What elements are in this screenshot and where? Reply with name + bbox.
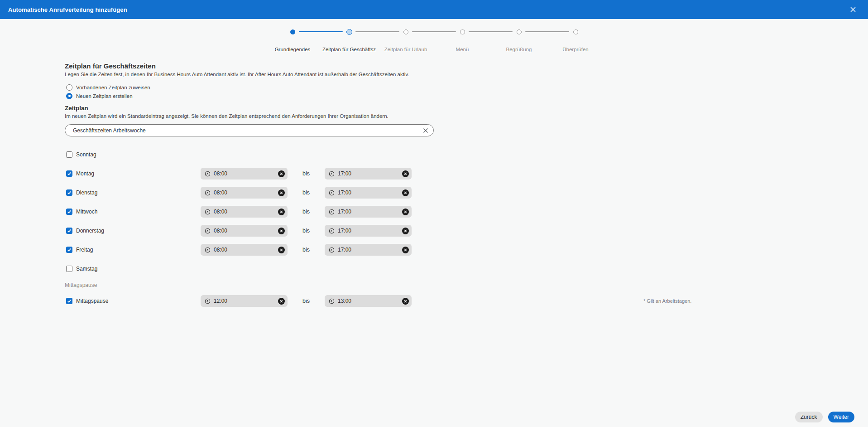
start-time-input-mittagspause[interactable]: 12:00 <box>201 295 288 307</box>
time-separator-label: bis <box>288 247 325 253</box>
day-row-dienstag: Dienstag 08:00 bis 17:00 <box>65 187 868 199</box>
clear-end-time-button[interactable] <box>402 170 409 177</box>
radio-selected-icon[interactable] <box>66 93 72 99</box>
clock-icon <box>205 228 211 234</box>
time-separator-label: bis <box>288 170 325 177</box>
end-time-input-mittwoch[interactable]: 17:00 <box>325 206 412 218</box>
start-time-value: 08:00 <box>214 189 227 196</box>
main-content: Zeitplan für Geschäftszeiten Legen Sie d… <box>0 62 868 307</box>
start-time-value: 12:00 <box>214 298 227 304</box>
end-time-input-montag[interactable]: 17:00 <box>325 168 412 180</box>
start-time-value: 08:00 <box>214 228 227 234</box>
lunch-schedule-list: Mittagspause 12:00 bis 13:00 * Gilt an A… <box>65 295 868 307</box>
clock-icon <box>329 298 335 304</box>
wizard-stepper: Grundlegendes Zeitplan für Geschäftsz Ze… <box>0 19 868 52</box>
wizard-footer: Zurück Weiter <box>795 412 854 422</box>
start-time-input-montag[interactable]: 08:00 <box>201 168 288 180</box>
clock-icon <box>329 171 335 177</box>
clear-end-time-button[interactable] <box>402 189 409 196</box>
step-label: Grundlegendes <box>275 47 311 52</box>
day-checkbox-samstag[interactable] <box>66 266 72 272</box>
start-time-input-mittwoch[interactable]: 08:00 <box>201 206 288 218</box>
step-ueberpruefen[interactable]: Überprüfen <box>547 29 604 52</box>
end-time-value: 17:00 <box>338 228 351 234</box>
clock-icon <box>205 298 211 304</box>
modal-titlebar: Automatische Anrufverteilung hinzufügen <box>0 0 868 19</box>
time-separator-label: bis <box>288 209 325 215</box>
start-time-input-dienstag[interactable]: 08:00 <box>201 187 288 199</box>
x-circle-icon <box>402 209 409 215</box>
day-checkbox-sonntag[interactable] <box>66 151 72 158</box>
x-circle-icon <box>278 170 285 177</box>
day-checkbox-freitag[interactable] <box>66 247 72 253</box>
option-create-new-schedule[interactable]: Neuen Zeitplan erstellen <box>65 92 868 100</box>
clear-start-time-button[interactable] <box>278 247 285 253</box>
day-row-freitag: Freitag 08:00 bis 17:00 <box>65 244 868 256</box>
schedule-subtitle: Zeitplan <box>65 104 868 112</box>
day-row-montag: Montag 08:00 bis 17:00 <box>65 168 868 180</box>
step-dot-current <box>346 29 352 35</box>
checkmark-icon <box>67 228 72 233</box>
page-description: Legen Sie die Zeiten fest, in denen Ihr … <box>65 71 868 78</box>
start-time-value: 08:00 <box>214 209 227 215</box>
step-label: Zeitplan für Geschäftsz <box>322 47 376 52</box>
clear-end-time-button[interactable] <box>402 298 409 305</box>
clear-schedule-name-button[interactable] <box>421 126 430 135</box>
end-time-value: 17:00 <box>338 247 351 253</box>
x-icon <box>423 128 428 133</box>
start-time-input-donnerstag[interactable]: 08:00 <box>201 225 288 237</box>
schedule-name-input[interactable] <box>65 124 434 136</box>
day-checkbox-montag[interactable] <box>66 170 72 177</box>
clock-icon <box>329 209 335 215</box>
day-checkbox-donnerstag[interactable] <box>66 228 72 234</box>
end-time-input-freitag[interactable]: 17:00 <box>325 244 412 256</box>
lunch-checkbox[interactable] <box>66 298 72 304</box>
start-time-input-freitag[interactable]: 08:00 <box>201 244 288 256</box>
x-circle-icon <box>402 189 409 196</box>
back-button[interactable]: Zurück <box>795 412 823 422</box>
checkmark-icon <box>67 171 72 176</box>
time-separator-label: bis <box>288 228 325 234</box>
clock-icon <box>205 190 211 196</box>
day-label: Dienstag <box>76 189 97 196</box>
time-separator-label: bis <box>288 189 325 196</box>
workdays-note: * Gilt an Arbeitstagen. <box>643 298 691 304</box>
close-button[interactable] <box>848 5 858 15</box>
clear-end-time-button[interactable] <box>402 228 409 234</box>
clear-start-time-button[interactable] <box>278 189 285 196</box>
x-circle-icon <box>278 189 285 196</box>
step-dot-upcoming <box>573 29 578 34</box>
radio-label: Vorhandenen Zeitplan zuweisen <box>76 85 150 90</box>
lunch-section-label: Mittagspause <box>65 282 868 288</box>
next-button[interactable]: Weiter <box>828 412 854 422</box>
clear-end-time-button[interactable] <box>402 209 409 215</box>
close-icon <box>850 6 856 13</box>
option-assign-existing-schedule[interactable]: Vorhandenen Zeitplan zuweisen <box>65 83 868 91</box>
clear-end-time-button[interactable] <box>402 247 409 253</box>
day-checkbox-mittwoch[interactable] <box>66 209 72 215</box>
x-circle-icon <box>278 247 285 253</box>
lunch-label: Mittagspause <box>76 298 108 304</box>
radio-unselected-icon[interactable] <box>66 84 72 91</box>
day-label: Montag <box>76 170 94 177</box>
day-label: Freitag <box>76 247 93 253</box>
day-label: Donnerstag <box>76 228 104 234</box>
step-label: Menü <box>456 47 469 52</box>
clear-start-time-button[interactable] <box>278 170 285 177</box>
end-time-input-donnerstag[interactable]: 17:00 <box>325 225 412 237</box>
day-checkbox-dienstag[interactable] <box>66 189 72 196</box>
clear-start-time-button[interactable] <box>278 298 285 305</box>
end-time-input-dienstag[interactable]: 17:00 <box>325 187 412 199</box>
day-row-samstag: Samstag <box>65 263 868 275</box>
end-time-input-mittagspause[interactable]: 13:00 <box>325 295 412 307</box>
clock-icon <box>205 171 211 177</box>
clock-icon <box>205 247 211 253</box>
day-label: Samstag <box>76 266 97 272</box>
clock-icon <box>329 228 335 234</box>
clear-start-time-button[interactable] <box>278 209 285 215</box>
clear-start-time-button[interactable] <box>278 228 285 234</box>
end-time-value: 13:00 <box>338 298 351 304</box>
step-dot-upcoming <box>460 29 465 34</box>
end-time-value: 17:00 <box>338 170 351 177</box>
day-row-sonntag: Sonntag <box>65 149 868 160</box>
